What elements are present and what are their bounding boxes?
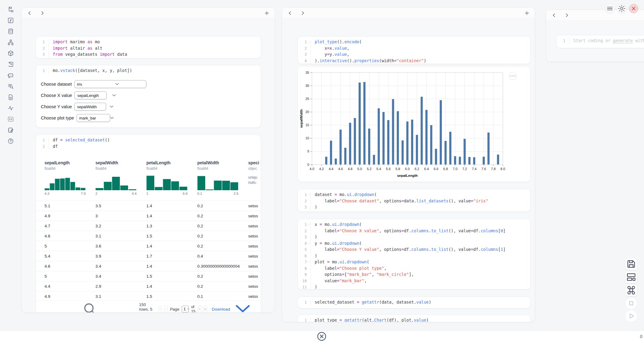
code-line[interactable]: 1mo.vstack([dataset, x, y, plot]) bbox=[36, 68, 261, 74]
code-line[interactable]: 3 y=y.value, bbox=[298, 52, 530, 58]
column-header-speci[interactable]: speciobjecuniqunulls: bbox=[248, 160, 261, 201]
code-line[interactable]: 3from vega_datasets import data bbox=[36, 52, 261, 58]
scroll-left-button[interactable] bbox=[27, 10, 33, 16]
code-line[interactable]: 7plot = mo.ui.dropdown( bbox=[298, 259, 530, 265]
code-editor[interactable]: 1plot_type().encode(2 x=x.value,3 y=y.va… bbox=[298, 37, 530, 64]
document-icon[interactable] bbox=[7, 94, 14, 101]
table-row[interactable]: 4.63.11.50.2setos bbox=[36, 231, 261, 241]
error-count-icon[interactable] bbox=[5, 331, 639, 342]
logs-search-icon[interactable] bbox=[7, 83, 14, 90]
fold-caret-icon[interactable] bbox=[307, 261, 310, 263]
code-line[interactable]: 2 x=x.value, bbox=[298, 45, 530, 52]
code-cell-plot[interactable]: 1plot_type().encode(2 x=x.value,3 y=y.va… bbox=[298, 36, 531, 64]
add-cell-button[interactable] bbox=[524, 10, 530, 16]
generate-link[interactable]: generate bbox=[613, 38, 633, 43]
bar-chart[interactable]: 051015202530354.04.24.44.64.85.05.25.45.… bbox=[298, 66, 531, 182]
scroll-right-button[interactable] bbox=[300, 10, 306, 16]
fold-caret-icon[interactable] bbox=[307, 242, 310, 245]
code-line[interactable]: 6) bbox=[298, 253, 530, 259]
code-cell-xy-dropdowns[interactable]: 1x = mo.ui.dropdown(2 label="Choose X va… bbox=[298, 219, 531, 290]
table-row[interactable]: 5.43.91.70.4setos bbox=[36, 251, 261, 261]
fold-caret-icon[interactable] bbox=[307, 193, 310, 196]
table-row[interactable]: 4.931.40.2setos bbox=[36, 211, 261, 221]
code-line[interactable]: 1plot_type = getattr(alt.Chart(df), plot… bbox=[298, 317, 530, 322]
layout-toggle-button[interactable] bbox=[625, 271, 637, 283]
x-value-select[interactable]: sepalLength bbox=[74, 91, 107, 99]
code-line[interactable]: 3) bbox=[298, 234, 530, 240]
column-histogram[interactable] bbox=[45, 174, 86, 190]
dataset-select[interactable]: iris bbox=[74, 80, 146, 88]
y-value-select[interactable]: sepalWidth bbox=[74, 103, 106, 111]
plot-type-select[interactable]: mark_bar bbox=[77, 114, 110, 122]
close-panel-button[interactable] bbox=[629, 4, 638, 13]
column-header-petalWidth[interactable]: petalWidthfloat640.12.5 bbox=[197, 160, 248, 201]
table-row[interactable]: 4.73.21.30.2setos bbox=[36, 221, 261, 231]
run-all-button[interactable] bbox=[625, 310, 637, 322]
code-line[interactable]: 1dataset = mo.ui.dropdown( bbox=[298, 192, 530, 198]
code-line[interactable]: 1plot_type().encode( bbox=[298, 39, 530, 45]
code-line[interactable]: 1selected_dataset = getattr(data, datase… bbox=[298, 299, 530, 306]
column-histogram[interactable] bbox=[146, 174, 188, 190]
stop-run-button[interactable] bbox=[625, 297, 637, 309]
code-line[interactable]: 4).interactive().properties(width="conta… bbox=[298, 58, 530, 64]
code-editor[interactable]: 1mo.vstack([dataset, x, y, plot]) bbox=[36, 65, 261, 77]
code-line[interactable]: 1import marimo as mo bbox=[36, 39, 261, 45]
package-icon[interactable] bbox=[7, 50, 14, 57]
activity-icon[interactable] bbox=[7, 105, 14, 112]
next-page-button[interactable] bbox=[198, 305, 201, 313]
table-row[interactable]: 53.61.40.2setos bbox=[36, 241, 261, 251]
code-line[interactable]: 11) bbox=[298, 284, 530, 290]
code-cell-dataset-dropdown[interactable]: 1dataset = mo.ui.dropdown(2 label="Choos… bbox=[298, 189, 531, 212]
search-icon[interactable] bbox=[44, 301, 136, 313]
code-cell-dataframe[interactable]: 1df = selected_dataset()2df sepalLengthf… bbox=[36, 134, 261, 313]
last-page-button[interactable] bbox=[204, 305, 207, 313]
snippets-icon[interactable] bbox=[7, 116, 14, 123]
code-editor[interactable]: 1dataset = mo.ui.dropdown(2 label="Choos… bbox=[298, 189, 530, 212]
code-placeholder[interactable]: Start coding or generate with bbox=[569, 38, 644, 44]
page-select[interactable]: 1 bbox=[182, 306, 189, 312]
column-header-petalLength[interactable]: petalLengthfloat6416.9 bbox=[146, 160, 197, 201]
code-line[interactable]: 2 label="Choose dataset", options=data.l… bbox=[298, 198, 530, 205]
column-header-sepalLength[interactable]: sepalLengthfloat644.37.9 bbox=[45, 160, 95, 201]
script-icon[interactable] bbox=[7, 61, 14, 68]
code-cell-plot-type[interactable]: 1plot_type = getattr(alt.Chart(df), plot… bbox=[298, 315, 531, 322]
menu-button[interactable] bbox=[605, 4, 614, 13]
functions-icon[interactable] bbox=[7, 17, 14, 24]
code-cell-selected-dataset[interactable]: 1selected_dataset = getattr(data, datase… bbox=[298, 297, 531, 308]
code-line[interactable]: 9 options=["mark_bar", "mark_circle"], bbox=[298, 272, 530, 278]
dependency-graph-icon[interactable] bbox=[7, 39, 14, 46]
first-page-button[interactable] bbox=[159, 305, 162, 313]
command-palette-button[interactable] bbox=[625, 284, 637, 296]
help-icon[interactable] bbox=[7, 138, 14, 144]
chart-menu-button[interactable] bbox=[509, 72, 517, 80]
table-row[interactable]: 4.63.41.40.30000000000000004setos bbox=[36, 261, 261, 271]
empty-code-cell[interactable]: 1 Start coding or generate with bbox=[556, 35, 644, 48]
download-button[interactable]: Download bbox=[212, 298, 254, 313]
column-header-sepalWidth[interactable]: sepalWidthfloat6424.4 bbox=[95, 160, 146, 201]
scroll-left-button[interactable] bbox=[551, 12, 557, 18]
database-icon[interactable] bbox=[7, 28, 14, 35]
code-editor[interactable]: 1df = selected_dataset()2df bbox=[36, 135, 261, 152]
add-cell-button[interactable] bbox=[264, 10, 270, 16]
table-row[interactable]: 5.13.51.40.2setos bbox=[36, 201, 261, 211]
column-histogram[interactable] bbox=[95, 174, 137, 190]
settings-button[interactable] bbox=[617, 4, 626, 13]
code-line[interactable]: 2df bbox=[36, 144, 261, 150]
fold-caret-icon[interactable] bbox=[307, 223, 310, 226]
code-cell-imports[interactable]: 1import marimo as mo2import altair as al… bbox=[36, 36, 261, 59]
code-line[interactable]: 1df = selected_dataset() bbox=[36, 137, 261, 144]
file-tree-icon[interactable] bbox=[7, 6, 14, 13]
scratchpad-icon[interactable] bbox=[7, 127, 14, 134]
previous-page-button[interactable] bbox=[164, 305, 168, 313]
scroll-left-button[interactable] bbox=[287, 10, 293, 16]
scroll-right-button[interactable] bbox=[564, 12, 570, 18]
code-line[interactable]: 10 value="mark_bar", bbox=[298, 278, 530, 284]
table-row[interactable]: 4.42.91.40.2setos bbox=[36, 281, 261, 291]
code-line[interactable]: 2import altair as alt bbox=[36, 45, 261, 52]
code-editor[interactable]: 1import marimo as mo2import altair as al… bbox=[36, 37, 261, 59]
scroll-right-button[interactable] bbox=[39, 10, 45, 16]
code-line[interactable]: 8 label="Choose plot type", bbox=[298, 265, 530, 272]
code-editor[interactable]: 1plot_type = getattr(alt.Chart(df), plot… bbox=[298, 315, 530, 322]
fold-caret-icon[interactable] bbox=[307, 41, 310, 43]
table-row[interactable]: 53.41.50.2setos bbox=[36, 271, 261, 281]
